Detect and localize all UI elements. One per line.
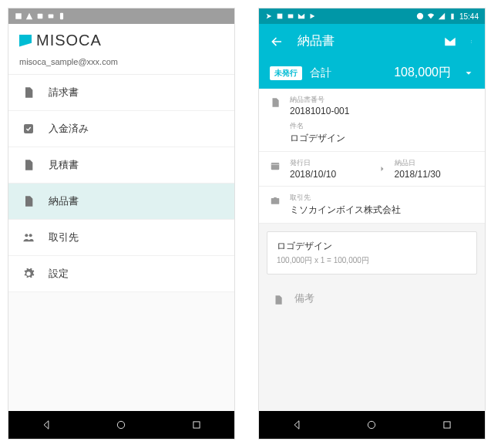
issue-date-label: 発行日 <box>290 158 370 168</box>
nav-home-icon[interactable] <box>366 419 377 430</box>
field-client[interactable]: 取引先 ミソカインボイス株式会社 <box>259 187 485 223</box>
nav-back-icon[interactable] <box>291 419 302 430</box>
status-bar: 15:44 <box>259 8 485 24</box>
svg-point-18 <box>368 421 375 428</box>
line-item-name: ロゴデザイン <box>277 240 467 253</box>
phone-left: MISOCA misoca_sample@xxx.com 請求書 入金済み 見積… <box>8 8 235 440</box>
doc-number-label: 納品書番号 <box>290 95 474 105</box>
briefcase-icon <box>270 195 281 206</box>
svg-point-11 <box>417 13 423 19</box>
svg-rect-19 <box>444 422 450 428</box>
svg-point-7 <box>118 421 125 428</box>
svg-rect-4 <box>24 124 33 133</box>
svg-rect-10 <box>288 15 294 19</box>
android-navbar <box>8 411 234 439</box>
menu-label: 取引先 <box>49 231 79 244</box>
issue-date-value: 2018/10/10 <box>290 169 370 180</box>
wifi-icon <box>427 12 435 20</box>
brand-text: MISOCA <box>36 32 102 49</box>
total-label: 合計 <box>310 66 331 80</box>
status-icon <box>265 12 273 20</box>
brand-logo: MISOCA <box>19 32 224 49</box>
line-item-calc: 100,000円 x 1 = 100,000円 <box>277 255 467 266</box>
menu-settings[interactable]: 設定 <box>8 256 234 292</box>
svg-rect-12 <box>451 14 453 20</box>
status-icon <box>25 12 33 20</box>
line-item[interactable]: ロゴデザイン 100,000円 x 1 = 100,000円 <box>267 231 477 275</box>
detail-content: 納品書番号 20181010-001 件名 ロゴデザイン 発行日 2018/10… <box>259 89 485 411</box>
status-icon <box>276 12 284 20</box>
svg-rect-8 <box>193 422 200 428</box>
sidebar-menu: 請求書 入金済み 見積書 納品書 取引先 設定 <box>8 75 234 292</box>
svg-rect-0 <box>15 13 22 19</box>
status-time: 15:44 <box>459 12 479 21</box>
subject-value: ロゴデザイン <box>290 132 474 145</box>
menu-label: 納品書 <box>49 194 79 208</box>
menu-label: 見積書 <box>49 158 79 172</box>
status-icon <box>298 12 305 20</box>
svg-rect-1 <box>38 14 43 19</box>
chevron-down-icon <box>463 68 474 79</box>
menu-invoice[interactable]: 請求書 <box>8 75 234 111</box>
status-icon <box>15 12 22 20</box>
menu-delivery[interactable]: 納品書 <box>8 184 234 220</box>
nav-back-icon[interactable] <box>41 419 52 430</box>
doc-number-value: 20181010-001 <box>290 106 474 116</box>
note-label: 備考 <box>294 291 314 305</box>
status-badge: 未発行 <box>270 66 302 80</box>
client-label: 取引先 <box>290 193 474 203</box>
field-dates[interactable]: 発行日 2018/10/10 納品日 2018/11/30 <box>259 152 485 186</box>
nav-recent-icon[interactable] <box>442 419 452 430</box>
signal-icon <box>438 12 446 20</box>
file-icon <box>273 295 284 305</box>
mail-icon[interactable] <box>443 35 457 49</box>
logo-mark-icon <box>19 35 32 47</box>
svg-rect-2 <box>49 15 54 19</box>
back-arrow-icon[interactable] <box>270 35 284 49</box>
android-navbar <box>259 411 485 439</box>
svg-point-6 <box>29 234 32 237</box>
menu-clients[interactable]: 取引先 <box>8 220 234 256</box>
status-bar <box>8 8 234 24</box>
menu-label: 請求書 <box>49 86 79 99</box>
nav-home-icon[interactable] <box>116 419 126 430</box>
field-doc-number[interactable]: 納品書番号 20181010-001 件名 ロゴデザイン <box>259 89 485 151</box>
subject-label: 件名 <box>290 121 474 131</box>
nav-recent-icon[interactable] <box>191 419 202 430</box>
check-icon <box>22 123 35 135</box>
people-icon <box>22 231 35 244</box>
file-icon <box>22 159 35 171</box>
page-title: 納品書 <box>298 33 429 49</box>
total-amount: 108,000円 <box>394 65 451 81</box>
file-icon <box>270 97 281 108</box>
app-bar: 納品書 未発行 合計 108,000円 <box>259 24 485 89</box>
svg-point-13 <box>471 40 472 41</box>
chevron-right-icon <box>378 164 387 173</box>
status-icon <box>47 12 55 20</box>
file-icon <box>22 195 35 207</box>
svg-rect-17 <box>271 198 280 204</box>
app-header: MISOCA <box>8 24 234 54</box>
note-section[interactable]: 備考 <box>259 282 485 315</box>
delivery-date-value: 2018/11/30 <box>395 169 475 180</box>
menu-label: 入金済み <box>49 122 89 136</box>
svg-point-15 <box>471 42 472 43</box>
svg-point-14 <box>471 41 472 42</box>
phone-right: 15:44 納品書 未発行 合計 108,000円 納品書番号 20181010… <box>258 8 486 440</box>
status-icon <box>308 12 316 20</box>
client-value: ミソカインボイス株式会社 <box>290 204 474 217</box>
more-icon[interactable] <box>471 35 474 49</box>
svg-rect-9 <box>277 14 283 19</box>
delivery-date-label: 納品日 <box>395 158 475 168</box>
svg-rect-3 <box>60 13 63 19</box>
status-icon <box>287 12 294 20</box>
menu-paid[interactable]: 入金済み <box>8 111 234 147</box>
total-row[interactable]: 未発行 合計 108,000円 <box>259 59 485 89</box>
calendar-icon <box>270 160 281 171</box>
chat-icon <box>416 12 424 20</box>
status-icon <box>36 12 44 20</box>
menu-quote[interactable]: 見積書 <box>8 147 234 184</box>
status-icon <box>58 12 66 20</box>
menu-label: 設定 <box>49 267 69 281</box>
account-email: misoca_sample@xxx.com <box>8 54 234 75</box>
